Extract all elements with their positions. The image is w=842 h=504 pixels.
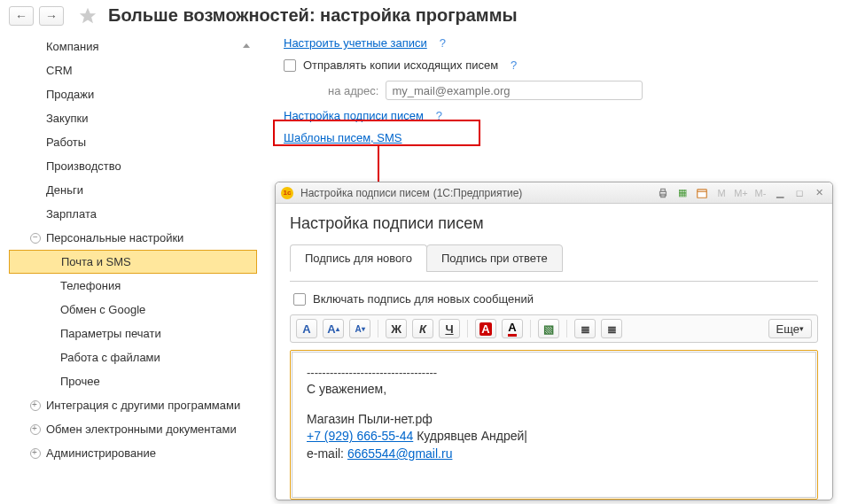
templates-link[interactable]: Шаблоны писем, SMS: [284, 131, 402, 144]
address-label: на адрес:: [328, 84, 378, 97]
editor-frame: ---------------------------------- С ува…: [290, 350, 818, 500]
maximize-button[interactable]: □: [791, 186, 807, 200]
sidebar-item-mail-sms[interactable]: Почта и SMS: [9, 250, 257, 274]
include-signature-label: Включать подпись для новых сообщений: [313, 292, 534, 306]
separator-line: ----------------------------------: [307, 365, 801, 381]
page-title: Больше возможностей: настройка программы: [108, 5, 518, 26]
bullet-list-button[interactable]: ≣: [574, 319, 596, 338]
star-icon[interactable]: [78, 6, 97, 26]
sidebar-item-personal-settings[interactable]: Персональные настройки: [9, 226, 257, 250]
regards-text: С уважением,: [307, 381, 801, 399]
svg-marker-0: [80, 7, 96, 22]
include-signature-checkbox[interactable]: [293, 293, 306, 306]
print-icon[interactable]: [655, 186, 671, 200]
email-link[interactable]: 6665544@gmail.ru: [347, 446, 453, 461]
signature-settings-link[interactable]: Настройка подписи писем: [284, 109, 424, 122]
nav-forward-button[interactable]: →: [39, 6, 64, 26]
tab-strip: Подпись для нового Подпись при ответе: [290, 244, 818, 271]
sidebar-item-money[interactable]: Деньги: [9, 178, 257, 202]
sidebar-item-other[interactable]: Прочее: [9, 369, 257, 393]
sidebar-item-company[interactable]: Компания: [9, 35, 257, 58]
phone-link[interactable]: +7 (929) 666-55-44: [307, 429, 413, 443]
dialog-heading: Настройка подписи писем: [290, 214, 818, 233]
help-icon[interactable]: ?: [440, 36, 446, 50]
configure-accounts-link[interactable]: Настроить учетные записи: [284, 36, 427, 50]
sidebar-item-sales[interactable]: Продажи: [9, 82, 257, 106]
dialog-titlebar[interactable]: 1c Настройка подписи писем (1С:Предприят…: [276, 182, 832, 204]
minimize-button[interactable]: ▁: [772, 186, 788, 200]
italic-button[interactable]: К: [412, 319, 433, 338]
nav-back-button[interactable]: ←: [9, 6, 34, 26]
calendar-icon[interactable]: [694, 186, 710, 200]
signature-dialog: 1c Настройка подписи писем (1С:Предприят…: [275, 182, 833, 500]
sidebar-item-telephony[interactable]: Телефония: [9, 274, 257, 298]
sidebar: Компания CRM Продажи Закупки Работы Прои…: [9, 31, 257, 469]
bold-button[interactable]: Ж: [386, 319, 407, 338]
sidebar-item-crm[interactable]: CRM: [9, 58, 257, 82]
close-button[interactable]: ✕: [811, 186, 827, 200]
m-minus-button[interactable]: M-: [752, 186, 768, 200]
svg-rect-6: [698, 189, 707, 197]
sidebar-item-integration[interactable]: Интеграция с другими программами: [9, 393, 257, 417]
m-button[interactable]: M: [713, 186, 729, 200]
email-label: e-mail:: [307, 446, 344, 461]
numbered-list-button[interactable]: ≣: [601, 319, 622, 338]
send-copies-checkbox[interactable]: [284, 59, 296, 72]
cursor-caret: |: [524, 429, 527, 443]
sidebar-item-purchases[interactable]: Закупки: [9, 106, 257, 130]
sidebar-item-jobs[interactable]: Работы: [9, 130, 257, 154]
sidebar-item-google-sync[interactable]: Обмен с Google: [9, 298, 257, 322]
company-text: Магазин Пыли-нет.рф: [307, 411, 801, 429]
help-icon[interactable]: ?: [511, 58, 517, 72]
svg-rect-4: [661, 189, 666, 191]
sidebar-item-salary[interactable]: Зарплата: [9, 202, 257, 226]
sidebar-item-administration[interactable]: Администрирование: [9, 441, 257, 465]
text-color-button[interactable]: A: [502, 319, 523, 338]
bg-color-button[interactable]: A: [475, 319, 496, 338]
dialog-title: Настройка подписи писем: [300, 187, 430, 199]
help-icon[interactable]: ?: [436, 109, 442, 122]
m-plus-button[interactable]: M+: [733, 186, 749, 200]
font-size-down-button[interactable]: A▾: [349, 319, 370, 338]
tab-new-signature[interactable]: Подпись для нового: [290, 244, 427, 272]
editor-toolbar: A A▴ A▾ Ж К Ч A A ▧ ≣ ≣ Еще ▾: [290, 314, 818, 343]
sidebar-item-edoc-exchange[interactable]: Обмен электронными документами: [9, 417, 257, 441]
signature-editor[interactable]: ---------------------------------- С ува…: [292, 352, 816, 498]
app-1c-icon: 1c: [281, 187, 293, 199]
tab-reply-signature[interactable]: Подпись при ответе: [426, 244, 563, 272]
font-button[interactable]: A: [296, 319, 317, 338]
insert-image-button[interactable]: ▧: [538, 319, 559, 338]
underline-button[interactable]: Ч: [439, 319, 460, 338]
sidebar-item-production[interactable]: Производство: [9, 154, 257, 178]
address-input[interactable]: [386, 81, 643, 100]
sidebar-item-files[interactable]: Работа с файлами: [9, 345, 257, 369]
grid-icon[interactable]: ▦: [674, 186, 690, 200]
dialog-title-suffix: (1С:Предприятие): [433, 187, 523, 199]
sidebar-item-print-params[interactable]: Параметры печати: [9, 322, 257, 345]
send-copies-label: Отправлять копии исходящих писем: [303, 58, 498, 72]
more-button[interactable]: Еще ▾: [768, 319, 812, 338]
font-size-up-button[interactable]: A▴: [323, 319, 344, 338]
